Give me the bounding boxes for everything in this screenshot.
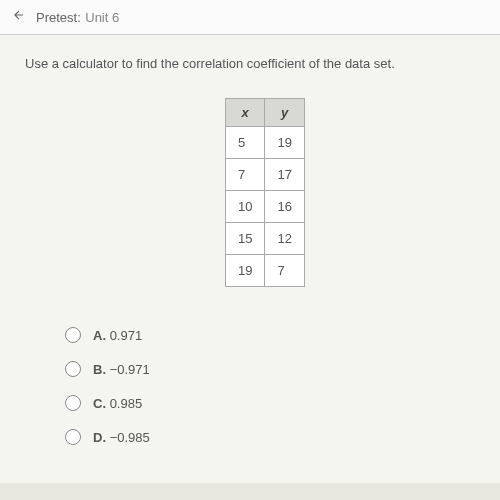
header-bar: Pretest: Unit 6 <box>0 0 500 35</box>
cell-y: 16 <box>265 191 304 223</box>
data-table: x y 5 19 7 17 10 16 15 12 19 7 <box>225 98 305 287</box>
option-b[interactable]: B. −0.971 <box>65 361 475 377</box>
option-value: 0.971 <box>110 328 143 343</box>
cell-x: 10 <box>226 191 265 223</box>
option-letter: D. <box>93 430 106 445</box>
option-value: −0.971 <box>110 362 150 377</box>
radio-icon[interactable] <box>65 327 81 343</box>
option-value: −0.985 <box>110 430 150 445</box>
table-row: 5 19 <box>226 127 305 159</box>
content-area: Use a calculator to find the correlation… <box>0 35 500 483</box>
cell-y: 17 <box>265 159 304 191</box>
cell-x: 7 <box>226 159 265 191</box>
table-row: 7 17 <box>226 159 305 191</box>
header-title-main: Pretest: <box>36 10 81 25</box>
radio-icon[interactable] <box>65 361 81 377</box>
cell-x: 15 <box>226 223 265 255</box>
table-row: 15 12 <box>226 223 305 255</box>
cell-x: 19 <box>226 255 265 287</box>
option-letter: C. <box>93 396 106 411</box>
option-label: C. 0.985 <box>93 396 142 411</box>
option-a[interactable]: A. 0.971 <box>65 327 475 343</box>
radio-icon[interactable] <box>65 429 81 445</box>
table-header-row: x y <box>226 99 305 127</box>
cell-x: 5 <box>226 127 265 159</box>
option-letter: A. <box>93 328 106 343</box>
radio-icon[interactable] <box>65 395 81 411</box>
header-x: x <box>226 99 265 127</box>
cell-y: 12 <box>265 223 304 255</box>
option-label: A. 0.971 <box>93 328 142 343</box>
option-d[interactable]: D. −0.985 <box>65 429 475 445</box>
option-c[interactable]: C. 0.985 <box>65 395 475 411</box>
table-row: 10 16 <box>226 191 305 223</box>
option-letter: B. <box>93 362 106 377</box>
back-arrow-icon[interactable] <box>12 8 26 26</box>
option-label: D. −0.985 <box>93 430 150 445</box>
option-label: B. −0.971 <box>93 362 150 377</box>
answer-options: A. 0.971 B. −0.971 C. 0.985 D. −0.985 <box>65 327 475 445</box>
header-title-sub: Unit 6 <box>85 10 119 25</box>
header-title: Pretest: Unit 6 <box>36 8 119 26</box>
cell-y: 19 <box>265 127 304 159</box>
table-row: 19 7 <box>226 255 305 287</box>
header-y: y <box>265 99 304 127</box>
option-value: 0.985 <box>110 396 143 411</box>
question-text: Use a calculator to find the correlation… <box>25 55 475 73</box>
cell-y: 7 <box>265 255 304 287</box>
